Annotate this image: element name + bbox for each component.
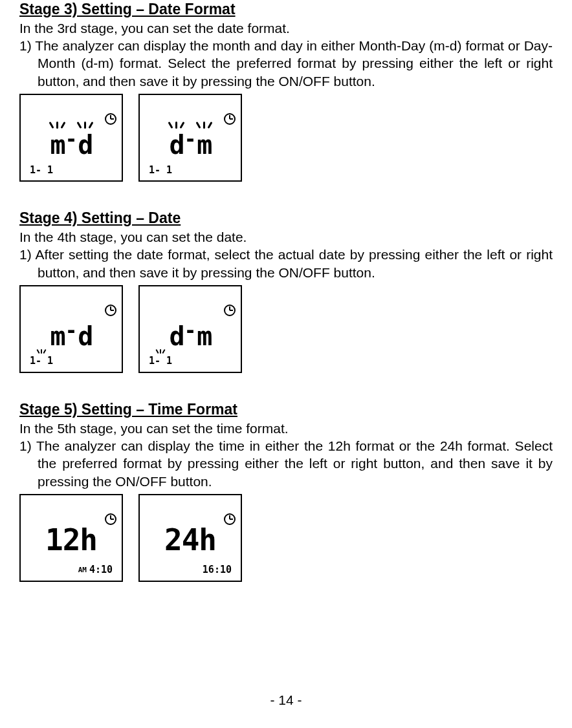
stage-4-item-1: 1) After setting the date format, select… xyxy=(19,246,553,281)
stage-3-heading: Stage 3) Setting – Date Format xyxy=(19,0,553,19)
stage-5-lcd-left: 12h AM 4:10 xyxy=(19,494,123,582)
sub-time: 4:10 xyxy=(89,564,113,577)
stage-5-lcd-row: 12h AM 4:10 24h 16:10 xyxy=(19,494,553,582)
stage-3-lcd-right: d - m 1- 1 xyxy=(138,94,242,182)
lcd-main-display: 24h xyxy=(142,525,238,555)
segment-m: m xyxy=(197,132,211,158)
lcd-sub-display: 1- 1 xyxy=(30,164,53,177)
lcd-sub-display: AM 4:10 xyxy=(78,564,113,577)
sub-date: 1- 1 xyxy=(30,164,53,177)
stage-3-lcd-row: m - d 1- 1 d - xyxy=(19,94,553,182)
clock-icon xyxy=(224,113,236,125)
lcd-main-display: m - d xyxy=(23,313,119,349)
clock-icon xyxy=(105,305,116,316)
segment-dash: - xyxy=(186,126,195,153)
stage-3-intro: In the 3rd stage, you can set the date f… xyxy=(19,19,553,37)
stage-5-lcd-right: 24h 16:10 xyxy=(138,494,242,582)
stage-3-section: Stage 3) Setting – Date Format In the 3r… xyxy=(19,0,553,182)
stage-4-heading: Stage 4) Setting – Date xyxy=(19,209,553,228)
page-number: - 14 - xyxy=(0,691,572,709)
segment-m: m xyxy=(197,323,211,349)
segment-dash: - xyxy=(67,317,76,345)
blink-rays-icon xyxy=(50,122,64,131)
segment-dash: - xyxy=(186,317,195,345)
blink-rays-icon xyxy=(170,122,183,131)
stage-4-lcd-left: m - d 1- 1 xyxy=(19,285,123,373)
lcd-main-display: d - m xyxy=(142,313,238,349)
blink-rays-icon xyxy=(78,122,92,131)
clock-icon xyxy=(224,305,236,316)
segment-m: m xyxy=(50,323,65,349)
stage-4-section: Stage 4) Setting – Date In the 4th stage… xyxy=(19,209,553,373)
blink-rays-icon xyxy=(197,122,211,131)
stage-5-heading: Stage 5) Setting – Time Format xyxy=(19,400,553,420)
segment-m: m xyxy=(50,132,65,158)
stage-4-lcd-row: m - d 1- 1 d xyxy=(19,285,553,373)
stage-5-intro: In the 5th stage, you can set the time f… xyxy=(19,420,553,437)
lcd-sub-display: 1- 1 xyxy=(149,164,172,177)
sub-date: 1- 1 xyxy=(30,355,53,368)
stage-5-item-1: 1) The analyzer can display the time in … xyxy=(19,437,553,490)
clock-icon xyxy=(105,113,116,125)
clock-icon xyxy=(224,513,236,525)
stage-4-intro: In the 4th stage, you can set the date. xyxy=(19,228,553,246)
segment-d: d xyxy=(170,132,184,158)
lcd-main-display: m - d xyxy=(23,122,119,158)
lcd-main-display: 12h xyxy=(23,525,119,555)
lcd-sub-display: 1- 1 xyxy=(30,349,53,368)
segment-dash: - xyxy=(67,126,76,153)
stage-3-lcd-left: m - d 1- 1 xyxy=(19,94,123,182)
lcd-sub-display: 1- 1 xyxy=(149,349,172,368)
ampm-indicator: AM xyxy=(78,567,87,573)
lcd-main-display: d - m xyxy=(142,122,238,158)
sub-time: 16:10 xyxy=(203,564,232,577)
blink-rays-icon xyxy=(157,349,164,354)
segment-d: d xyxy=(170,323,184,349)
blink-rays-icon xyxy=(38,349,45,354)
stage-3-item-1: 1) The analyzer can display the month an… xyxy=(19,37,553,90)
segment-d: d xyxy=(78,132,92,158)
lcd-sub-display: 16:10 xyxy=(203,564,232,577)
segment-12h: 12h xyxy=(45,525,97,555)
clock-icon xyxy=(105,513,116,525)
sub-date: 1- 1 xyxy=(149,355,172,368)
segment-d: d xyxy=(78,323,92,349)
sub-date: 1- 1 xyxy=(149,164,172,177)
stage-4-lcd-right: d - m 1- 1 xyxy=(138,285,242,373)
stage-5-section: Stage 5) Setting – Time Format In the 5t… xyxy=(19,400,553,582)
segment-24h: 24h xyxy=(164,525,216,555)
